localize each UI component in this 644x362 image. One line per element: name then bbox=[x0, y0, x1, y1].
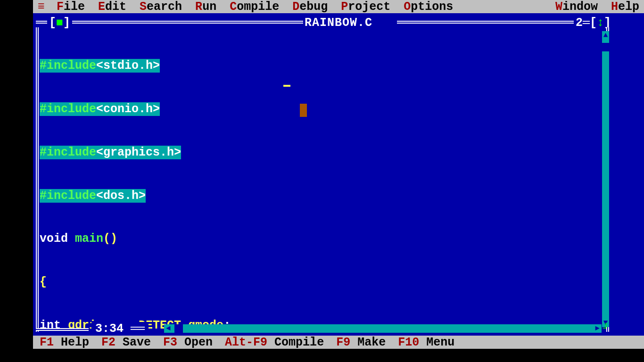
cursor-position: 3:34 ══ bbox=[91, 322, 149, 336]
vertical-scrollbar[interactable]: ▲ ▼ bbox=[602, 31, 609, 327]
menu-project[interactable]: Project bbox=[341, 0, 390, 14]
code-editor[interactable]: #include<stdio.h> #include<conio.h> #inc… bbox=[40, 30, 601, 362]
scroll-right-icon[interactable]: ► bbox=[593, 324, 602, 333]
menu-help[interactable]: Help bbox=[611, 0, 639, 14]
status-bar: F1 Help F2 Save F3 Open Alt-F9 Compile F… bbox=[33, 336, 644, 349]
status-compile[interactable]: Alt-F9 Compile bbox=[225, 336, 324, 349]
menu-file[interactable]: File bbox=[57, 0, 85, 14]
resize-handle-icon[interactable]: ┘ bbox=[603, 323, 609, 335]
horizontal-scrollbar[interactable]: ◄ ► bbox=[164, 324, 602, 333]
menu-search[interactable]: Search bbox=[140, 0, 182, 14]
hscroll-thumb[interactable] bbox=[174, 324, 183, 333]
status-help[interactable]: F1 Help bbox=[40, 336, 89, 349]
status-open[interactable]: F3 Open bbox=[163, 336, 213, 349]
menu-edit[interactable]: Edit bbox=[98, 0, 126, 14]
menu-debug[interactable]: Debug bbox=[292, 0, 328, 14]
menu-bar: ≡ File Edit Search Run Compile Debug Pro… bbox=[33, 0, 644, 13]
editor-window: [■] RAINBOW.C 2═[↕] #include<stdio.h> #i… bbox=[33, 13, 644, 349]
cursor-block bbox=[300, 104, 307, 117]
scroll-up-icon[interactable]: ▲ bbox=[602, 31, 609, 40]
status-save[interactable]: F2 Save bbox=[101, 336, 151, 349]
vscroll-thumb[interactable] bbox=[602, 43, 609, 51]
status-make[interactable]: F9 Make bbox=[336, 336, 386, 349]
menu-run[interactable]: Run bbox=[195, 0, 216, 14]
menu-options[interactable]: Options bbox=[404, 0, 453, 14]
window-title: RAINBOW.C bbox=[33, 16, 644, 30]
title-bar: [■] RAINBOW.C 2═[↕] bbox=[33, 16, 644, 28]
menu-window[interactable]: Window bbox=[555, 0, 598, 14]
system-menu-icon[interactable]: ≡ bbox=[38, 0, 45, 14]
scroll-left-icon[interactable]: ◄ bbox=[164, 324, 173, 333]
status-menu[interactable]: F10 Menu bbox=[398, 336, 454, 349]
menu-compile[interactable]: Compile bbox=[230, 0, 279, 14]
text-cursor bbox=[283, 85, 290, 87]
